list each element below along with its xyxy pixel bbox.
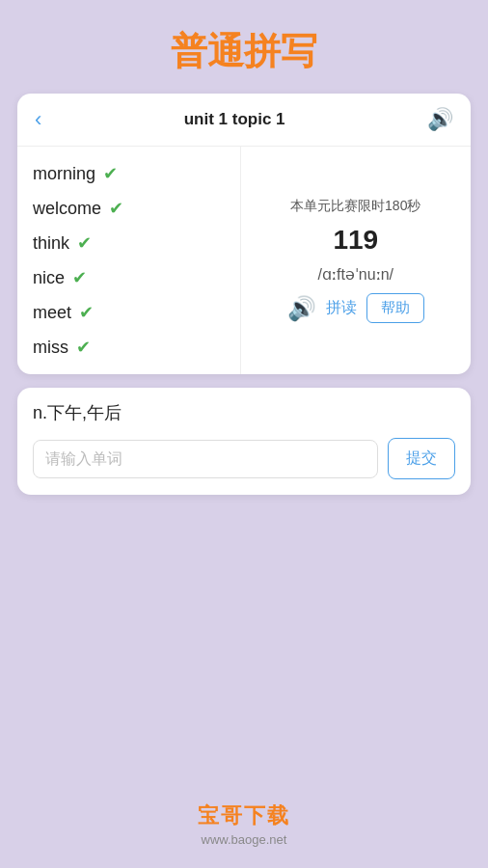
word-text: welcome — [33, 199, 101, 219]
check-icon: ✔ — [76, 337, 91, 358]
pindu-button[interactable]: 拼读 — [326, 298, 357, 318]
list-item: think ✔ — [33, 226, 240, 260]
right-panel: 本单元比赛限时180秒 119 /ɑːftəˈnuːn/ 🔊 拼读 帮助 — [241, 147, 472, 374]
timer-display: 119 — [333, 225, 378, 256]
list-item: nice ✔ — [33, 260, 240, 295]
action-row: 🔊 拼读 帮助 — [287, 293, 424, 323]
main-card: ‹ unit 1 topic 1 🔊 morning ✔ welcome ✔ t… — [17, 94, 471, 374]
word-text: think — [33, 233, 69, 254]
card-header: ‹ unit 1 topic 1 🔊 — [17, 94, 471, 147]
check-icon: ✔ — [77, 232, 92, 254]
contest-info: 本单元比赛限时180秒 — [290, 198, 420, 215]
word-definition: n.下午,午后 — [33, 401, 455, 424]
input-row: 提交 — [33, 438, 455, 479]
card-body: morning ✔ welcome ✔ think ✔ nice ✔ meet … — [17, 147, 471, 374]
footer-brand: 宝哥下载 — [0, 801, 488, 830]
word-text: meet — [33, 303, 71, 323]
list-item: morning ✔ — [33, 156, 240, 191]
header-speaker-button[interactable]: 🔊 — [427, 107, 453, 132]
word-text: morning — [33, 164, 95, 184]
list-item: welcome ✔ — [33, 191, 240, 226]
word-text: miss — [33, 338, 68, 358]
footer-url: www.baoge.net — [0, 832, 488, 847]
submit-button[interactable]: 提交 — [388, 438, 455, 479]
phonetic-display: /ɑːftəˈnuːn/ — [318, 265, 393, 284]
check-icon: ✔ — [79, 302, 94, 323]
list-item: meet ✔ — [33, 295, 240, 330]
list-item: miss ✔ — [33, 330, 240, 365]
page-title: 普通拼写 — [0, 0, 488, 94]
play-button[interactable]: 🔊 — [287, 295, 316, 322]
word-text: nice — [33, 268, 65, 288]
check-icon: ✔ — [109, 198, 123, 219]
word-input[interactable] — [33, 440, 378, 478]
check-icon: ✔ — [103, 163, 118, 184]
word-list: morning ✔ welcome ✔ think ✔ nice ✔ meet … — [17, 147, 241, 374]
footer: 宝哥下载 www.baoge.net — [0, 801, 488, 847]
back-button[interactable]: ‹ — [35, 109, 41, 130]
bottom-card: n.下午,午后 提交 — [17, 388, 471, 495]
help-button[interactable]: 帮助 — [366, 293, 424, 323]
card-title: unit 1 topic 1 — [184, 110, 285, 129]
check-icon: ✔ — [72, 267, 87, 288]
